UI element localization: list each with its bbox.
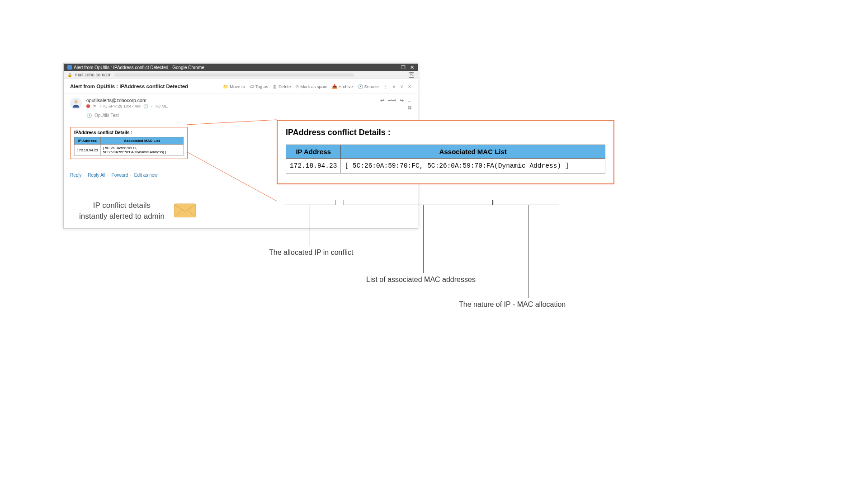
details-title-small: IPAddress conflict Details :: [74, 130, 184, 135]
annotation-mac: List of associated MAC addresses: [366, 276, 476, 284]
prev-icon[interactable]: ∧: [392, 84, 396, 89]
trash-icon: 🗑: [273, 84, 277, 89]
email-recipient: TO ME: [155, 104, 168, 108]
details-table-zoom: IP Address Associated MAC List 172.18.94…: [286, 145, 605, 174]
email-subject: Alert from OpUtils : IPAddress conflict …: [70, 84, 188, 89]
bracket-mac-list: [344, 200, 493, 205]
window-title: Alert from OpUtils : IPAddress conflict …: [74, 65, 204, 70]
col-ip-small: IP Address: [75, 137, 101, 145]
priority-dot: [86, 104, 90, 108]
minimize-button[interactable]: —: [392, 65, 396, 70]
cell-mac-small: [ 5C:26:0A:59:70:FC, 5C:26:0A:59:70:FA(D…: [100, 145, 183, 156]
reply-arrow-icon[interactable]: ↩: [380, 98, 384, 103]
reply-all-arrow-icon[interactable]: ↩↩: [388, 98, 396, 103]
col-mac-zoom: Associated MAC List: [341, 145, 605, 159]
forward-link[interactable]: Forward: [112, 173, 128, 178]
bracket-allocation: [494, 200, 559, 205]
caption-text: IP conflict details instantly alerted to…: [79, 200, 165, 222]
col-mac-small: Associated MAC List: [100, 137, 183, 145]
reply-link[interactable]: Reply: [70, 173, 82, 178]
avatar: [70, 98, 82, 109]
cell-mac-zoom: [ 5C:26:0A:59:70:FC, 5C:26:0A:59:70:FA(D…: [341, 159, 605, 174]
address-bar: 🔒 mail.zoho.com/zm xxxxxxxxxxxxxxxxxxxxx…: [64, 71, 418, 79]
annotation-ip: The allocated IP in conflict: [269, 249, 353, 257]
clock-icon-small: 🕑: [86, 113, 92, 118]
folder-icon: 📁: [223, 84, 228, 89]
annotation-alloc: The nature of IP - MAC allocation: [459, 300, 566, 309]
details-table-small: IP Address Associated MAC List 172.18.94…: [74, 137, 184, 156]
url-blurred: xxxxxxxxxxxxxxxxxxxxxxxxxxxxxxxxxxxxxxxx…: [114, 72, 406, 77]
email-toolbar: 📁Move to 🏷Tag as 🗑Delete ⊘Mark as spam 📥…: [223, 84, 411, 89]
archive-button[interactable]: 📥Archive: [332, 84, 353, 89]
more-icon[interactable]: ⋮: [383, 84, 388, 89]
next-icon[interactable]: ∨: [400, 84, 403, 89]
spam-icon: ⊘: [295, 84, 299, 89]
details-title-zoom: IPAddress conflict Details :: [286, 128, 605, 137]
cell-ip-small: 172.18.94.23: [75, 145, 101, 156]
close-button[interactable]: ✕: [410, 65, 414, 70]
popout-icon[interactable]: ⇱: [409, 72, 414, 78]
diagram-canvas: Alert from OpUtils : IPAddress conflict …: [63, 63, 615, 316]
flag-icon: ⚑: [93, 104, 96, 108]
snooze-button[interactable]: 🕑Snooze: [358, 84, 379, 89]
forward-arrow-icon[interactable]: ↪: [400, 98, 404, 103]
spam-button[interactable]: ⊘Mark as spam: [295, 84, 327, 89]
ip-conflict-details-zoom: IPAddress conflict Details : IP Address …: [277, 120, 614, 184]
sender-email: oputilsalerts@zohocorp.com: [86, 98, 376, 103]
line-alloc: [528, 205, 528, 298]
maximize-button[interactable]: ❐: [401, 65, 406, 70]
thread-label: OpUtils Test: [94, 113, 119, 118]
email-header: Alert from OpUtils : IPAddress conflict …: [64, 79, 418, 94]
sender-more-icon[interactable]: ⌄: [407, 98, 411, 103]
ip-conflict-details-small: IPAddress conflict Details : IP Address …: [70, 127, 188, 159]
url-host: mail.zoho.com/zm: [75, 72, 112, 77]
tag-as-button[interactable]: 🏷Tag as: [250, 84, 268, 89]
email-date: THU APR 29 10:47 AM: [99, 104, 141, 108]
delete-button[interactable]: 🗑Delete: [273, 84, 291, 89]
svg-rect-1: [175, 204, 196, 217]
close-icon[interactable]: ✕: [408, 84, 411, 89]
clock-small-icon: 🕑: [143, 104, 148, 108]
app-icon: [67, 65, 72, 70]
cell-ip-zoom: 172.18.94.23: [286, 159, 341, 174]
clock-icon: 🕑: [358, 84, 363, 89]
move-to-button[interactable]: 📁Move to: [223, 84, 245, 89]
edit-new-link[interactable]: Edit as new: [134, 173, 158, 178]
line-mac: [423, 205, 424, 273]
bracket-ip: [285, 200, 335, 205]
sender-row: oputilsalerts@zohocorp.com ⚑ THU APR 29 …: [64, 94, 418, 113]
side-icons: 🖼: [407, 105, 411, 110]
envelope-icon: [174, 202, 196, 221]
archive-icon: 📥: [332, 84, 337, 89]
tag-icon: 🏷: [250, 84, 254, 89]
line-ip: [310, 205, 310, 246]
svg-point-0: [74, 100, 77, 103]
reply-all-link[interactable]: Reply All: [88, 173, 105, 178]
col-ip-zoom: IP Address: [286, 145, 341, 159]
image-attachment-icon[interactable]: 🖼: [407, 105, 411, 110]
lock-icon: 🔒: [67, 73, 72, 77]
window-titlebar: Alert from OpUtils : IPAddress conflict …: [64, 64, 418, 71]
